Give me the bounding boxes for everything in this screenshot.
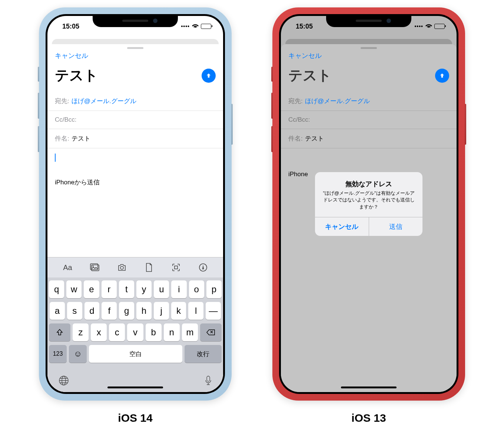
format-icon[interactable]: Aa <box>59 263 77 272</box>
wifi-icon <box>192 23 199 30</box>
cellular-icon: •••• <box>181 23 190 29</box>
keyboard-row-3: zxcvbnm <box>49 323 222 341</box>
key-m[interactable]: m <box>182 323 198 341</box>
subject-label: 件名: <box>55 134 69 143</box>
svg-rect-8 <box>207 376 210 381</box>
backspace-key[interactable] <box>200 323 222 341</box>
alert-cancel-button[interactable]: キャンセル <box>315 217 369 236</box>
power-button <box>465 104 466 145</box>
camera-icon[interactable] <box>113 263 131 272</box>
front-camera <box>387 19 391 23</box>
alert-overlay: 無効なアドレス "ほげ@メール.グーグル"は有効なメールアドレスではないようです… <box>281 16 457 392</box>
subject-field[interactable]: 件名: テスト <box>47 129 223 148</box>
notch <box>93 14 178 27</box>
svg-rect-4 <box>175 266 178 269</box>
key-k[interactable]: k <box>171 302 186 320</box>
send-button[interactable] <box>202 69 216 83</box>
phone-frame-red: 15:05 •••• キャンセル <box>272 7 465 401</box>
front-camera <box>153 19 158 23</box>
globe-icon[interactable] <box>59 375 69 388</box>
scan-icon[interactable] <box>167 263 185 272</box>
document-icon[interactable] <box>140 263 158 272</box>
key-u[interactable]: u <box>154 280 169 298</box>
cancel-button[interactable]: キャンセル <box>55 51 88 60</box>
ios14-phone-wrapper: 15:05 •••• キャンセル <box>39 7 232 424</box>
key-z[interactable]: z <box>73 323 89 341</box>
volume-down <box>271 126 273 152</box>
key-f[interactable]: f <box>102 302 117 320</box>
alert-dialog: 無効なアドレス "ほげ@メール.グーグル"は有効なメールアドレスではないようです… <box>315 172 422 236</box>
speaker <box>122 20 148 22</box>
mute-switch <box>271 67 273 82</box>
key-h[interactable]: h <box>136 302 152 320</box>
home-indicator[interactable] <box>107 387 163 388</box>
speaker <box>356 20 382 22</box>
alert-send-button[interactable]: 送信 <box>369 217 423 236</box>
return-key[interactable]: 改行 <box>185 345 222 363</box>
screen: 15:05 •••• キャンセル <box>281 16 457 392</box>
ios13-label: iOS 13 <box>351 412 386 424</box>
ios13-phone-wrapper: 15:05 •••• キャンセル <box>272 7 465 424</box>
space-key[interactable]: 空白 <box>89 345 182 363</box>
keyboard-row-4: 123 ☺ 空白 改行 <box>49 345 222 363</box>
key-s[interactable]: s <box>67 302 82 320</box>
keyboard: Aa <box>47 257 223 392</box>
ios14-label: iOS 14 <box>118 412 152 424</box>
power-button <box>231 104 233 145</box>
phone-frame-blue: 15:05 •••• キャンセル <box>39 7 232 401</box>
screen: 15:05 •••• キャンセル <box>47 16 223 392</box>
svg-point-2 <box>92 265 93 266</box>
compose-title: テスト <box>55 66 98 85</box>
volume-up <box>271 93 273 119</box>
alert-message: "ほげ@メール.グーグル"は有効なメールアドレスではないようです。それでも送信し… <box>321 190 417 210</box>
key-i[interactable]: i <box>171 280 186 298</box>
keyboard-toolbar: Aa <box>47 257 223 277</box>
key-d[interactable]: d <box>84 302 100 320</box>
photos-icon[interactable] <box>86 263 104 272</box>
notch <box>326 14 411 27</box>
key-t[interactable]: t <box>119 280 134 298</box>
to-value: ほげ@メール.グーグル <box>72 97 136 105</box>
volume-down <box>38 126 39 152</box>
body-textarea[interactable]: iPhoneから送信 <box>47 148 223 192</box>
svg-point-3 <box>120 266 123 269</box>
key-b[interactable]: b <box>146 323 162 341</box>
key-j[interactable]: j <box>154 302 169 320</box>
subject-value: テスト <box>72 134 90 143</box>
signature-text: iPhoneから送信 <box>55 178 216 187</box>
alert-title: 無効なアドレス <box>321 180 417 188</box>
key-y[interactable]: y <box>136 280 152 298</box>
key-a[interactable]: a <box>50 302 65 320</box>
key-n[interactable]: n <box>164 323 180 341</box>
to-field[interactable]: 宛先: ほげ@メール.グーグル <box>47 92 223 111</box>
battery-icon <box>201 24 211 29</box>
keyboard-row-1: qwertyuiop <box>49 280 222 298</box>
arrow-up-icon <box>205 72 212 79</box>
key-—[interactable]: — <box>206 302 221 320</box>
sheet-grabber[interactable] <box>127 47 143 49</box>
volume-up <box>38 93 39 119</box>
key-x[interactable]: x <box>91 323 107 341</box>
keyboard-row-2: asdfghjkl— <box>49 302 222 320</box>
markup-icon[interactable] <box>194 263 212 272</box>
cc-bcc-field[interactable]: Cc/Bcc: <box>47 111 223 129</box>
key-e[interactable]: e <box>84 280 99 298</box>
cc-bcc-label: Cc/Bcc: <box>55 116 77 124</box>
key-o[interactable]: o <box>189 280 204 298</box>
key-v[interactable]: v <box>127 323 143 341</box>
key-p[interactable]: p <box>206 280 222 298</box>
text-cursor <box>55 154 56 162</box>
status-time: 15:05 <box>62 23 79 30</box>
mic-icon[interactable] <box>205 375 212 388</box>
emoji-key[interactable]: ☺ <box>69 345 87 363</box>
shift-key[interactable] <box>49 323 70 341</box>
to-label: 宛先: <box>55 97 69 105</box>
key-w[interactable]: w <box>66 280 82 298</box>
number-key[interactable]: 123 <box>49 345 67 363</box>
key-l[interactable]: l <box>188 302 203 320</box>
key-g[interactable]: g <box>119 302 134 320</box>
key-r[interactable]: r <box>102 280 117 298</box>
mute-switch <box>38 67 39 82</box>
key-c[interactable]: c <box>109 323 125 341</box>
key-q[interactable]: q <box>49 280 64 298</box>
